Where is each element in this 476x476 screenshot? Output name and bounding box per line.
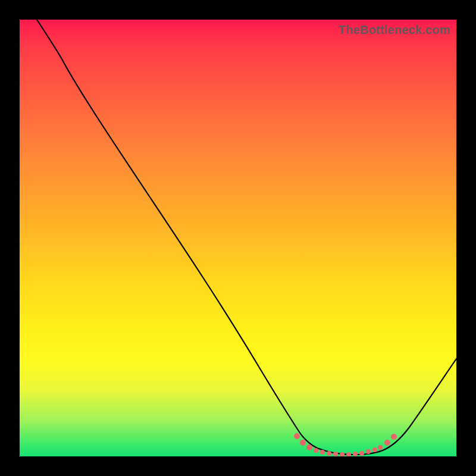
chart-frame: TheBottleneck.com <box>0 0 476 476</box>
highlight-dots <box>294 433 397 456</box>
svg-point-13 <box>378 445 383 450</box>
plot-area: TheBottleneck.com <box>20 20 456 456</box>
svg-point-5 <box>327 451 331 456</box>
svg-point-10 <box>359 451 364 456</box>
curve-path <box>37 20 456 455</box>
svg-point-12 <box>372 447 377 452</box>
svg-point-8 <box>346 452 351 456</box>
svg-point-9 <box>353 452 358 456</box>
svg-point-11 <box>366 449 371 454</box>
bottleneck-curve <box>20 20 456 456</box>
svg-point-15 <box>391 434 397 440</box>
svg-point-6 <box>333 452 338 456</box>
svg-point-1 <box>300 440 306 446</box>
svg-point-14 <box>384 440 390 446</box>
svg-point-2 <box>306 444 312 450</box>
svg-point-4 <box>320 450 325 455</box>
svg-point-7 <box>340 452 345 456</box>
watermark-text: TheBottleneck.com <box>339 23 450 37</box>
svg-point-0 <box>294 433 300 439</box>
svg-point-3 <box>314 448 318 453</box>
